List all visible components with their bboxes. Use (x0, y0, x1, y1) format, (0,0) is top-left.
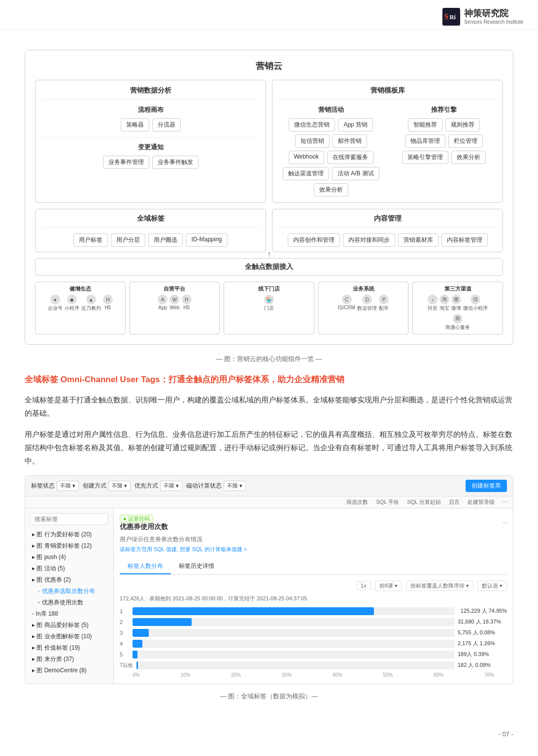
link-sql-calc[interactable]: SQL 分算起始 (407, 498, 441, 506)
icon-近乃: ▲ 近乃教判 (81, 295, 101, 312)
tree-item-青铜[interactable]: ▸ 图 青铜爱好标签 (12) (30, 540, 108, 552)
bar-label-4: 4 (120, 641, 130, 647)
tag-badge-and-title: ● 运算符码 优惠券使用次数 (120, 514, 168, 531)
item-app: App 营销 (338, 118, 373, 131)
filter-create-method-value[interactable]: 不限 ▾ (108, 481, 131, 491)
platform-wechat: 健增生态 ● 企业号 ◆ 小程序 ▲ 近乃教判 H (35, 282, 126, 334)
sub-section-notify-title: 变更通知 (41, 143, 260, 152)
link-sort-count[interactable]: 筛选次数 (346, 498, 368, 506)
icon-web: W Web (169, 295, 179, 310)
create-tag-button[interactable]: 创建标签库 (466, 480, 507, 492)
item-用户圈选: 用户圈选 (148, 233, 183, 247)
filter-compute-status-value[interactable]: 不限 ▾ (224, 481, 246, 491)
filter-compute-status: 磁动计算状态 不限 ▾ (186, 481, 246, 491)
platform-biz-icons: C IS/CRM D 数远管理 P 配学 (338, 295, 389, 312)
tag-tabs: 标签人数分布 标签历史详情 (120, 559, 507, 575)
page-number: - 07 - (0, 721, 538, 743)
diagram-caption: — 图：营销云的核心功能组件一览 — (25, 355, 513, 363)
tag-status-badge: ● 运算符码 (120, 515, 153, 523)
sub-section-flow-title: 流程画布 (41, 105, 260, 114)
bar-fill-5 (133, 651, 137, 658)
item-业务事件管理: 业务事件管理 (103, 156, 149, 169)
link-sql-draw[interactable]: SQL 手绘 (376, 498, 399, 506)
tree-item-push[interactable]: ▸ 图 push (4) (30, 552, 108, 563)
svg-text:Ri: Ri (449, 14, 456, 21)
tab-history[interactable]: 标签历史详情 (171, 559, 222, 574)
activities-items: 微信生态营销 App 营销 短信营销 邮件营销 Webhook 在线弹窗服务 触… (278, 118, 384, 197)
bar-label-other: 7以他 (120, 662, 134, 669)
bar-fill-4 (133, 640, 142, 648)
item-分流器: 分流器 (152, 118, 181, 131)
bar-row-4: 4 2,175 人 1.26% (120, 640, 507, 648)
tree-item-优惠券分布[interactable]: ◦ 优惠券选取次数分布 (36, 586, 108, 597)
icon-配学: P 配学 (379, 295, 389, 312)
bar-track-5 (133, 651, 455, 658)
filter-priority: 优先方式 不限 ▾ (134, 481, 182, 491)
item-触达: 触达渠道管理 (283, 167, 329, 180)
touchpoint-connector: 全触点数据接入 (35, 258, 503, 276)
platform-self-title: 自营平台 (164, 285, 185, 293)
rec-items: 智能推荐 规则推荐 物品库管理 栏位管理 策略引擎管理 效果分析 (392, 118, 497, 164)
tag-info-line: 172,426人 · 表期抱到 2021-08-25 00:00:00，计算完结… (120, 595, 507, 602)
bar-text-2: 31,680 人 18.37% (458, 618, 507, 625)
tab-distribution[interactable]: 标签人数分布 (120, 559, 171, 574)
bar-fill-3 (133, 629, 149, 637)
bar-row-3: 3 5,755 人 0.08% (120, 629, 507, 637)
tag-ui-header: 标签状态 不限 ▾ 创建方式 不限 ▾ 优先方式 不限 ▾ 磁动计算状态 不限 … (25, 476, 513, 496)
item-邮件: 邮件营销 (333, 134, 367, 148)
platform-wechat-title: 健增生态 (69, 285, 91, 293)
bar-text-other: 182 人 0.09% (458, 661, 507, 669)
global-tags-title: 全域标签 (40, 214, 261, 228)
icon-crm: C IS/CRM (338, 295, 355, 312)
tag-note-text[interactable]: 该标签方范用 SQL 值建, 想要 SQL 的计算输来值建 > (120, 546, 507, 553)
tree-item-价值[interactable]: ▸ 图 价值标签 (19) (30, 642, 108, 654)
content-mgmt-title: 内容管理 (277, 214, 498, 228)
tree-item-来分类[interactable]: ▸ 图 来分类 (37) (30, 654, 108, 665)
ctrl-default[interactable]: 默认选 ▾ (477, 581, 507, 591)
item-策略引擎: 策略引擎管理 (402, 151, 448, 164)
ctrl-sort[interactable]: 按标签覆盖人数降序排 ▾ (406, 581, 473, 591)
icon-微博: 微 微博 (451, 295, 461, 312)
tree-item-商品[interactable]: ▸ 图 商品爱好标签 (5) (30, 620, 108, 631)
diagram-title: 营销云 (35, 60, 503, 72)
bar-row-2: 2 31,680 人 18.37% (120, 618, 507, 626)
tree-item-优惠券使用[interactable]: ◦ 优惠券使用次数 (36, 597, 108, 608)
filter-tag-status: 标签状态 不限 ▾ (31, 481, 79, 491)
item-业务事件触发: 业务事件触发 (152, 156, 199, 169)
tag-sidebar: ▸ 图 行为爱好标签 (20) ▸ 图 青铜爱好标签 (12) ▸ 图 push… (25, 508, 114, 684)
link-build-level[interactable]: 处建筑等级 (468, 498, 495, 506)
tree-item-行为[interactable]: ▸ 图 行为爱好标签 (20) (30, 529, 108, 540)
icon-企业号: ● 企业号 (48, 295, 63, 312)
ctrl-前8[interactable]: 前8课 ▾ (375, 581, 402, 591)
item-ab: 活动 A/B 测试 (332, 167, 379, 180)
tree-item-活动[interactable]: ▸ 图 活动 (5) (30, 563, 108, 574)
notify-items: 业务事件管理 业务事件触发 (41, 156, 260, 169)
filter-priority-value[interactable]: 不限 ▾ (160, 481, 182, 491)
filter-tag-status-value[interactable]: 不限 ▾ (57, 481, 79, 491)
item-用户分层: 用户分层 (111, 233, 145, 247)
icon-小程序: ◆ 小程序 (65, 295, 79, 312)
item-栏位: 栏位管理 (448, 134, 483, 148)
activities-title: 营销活动 (278, 105, 384, 114)
filter-create-method-label: 创建方式 (83, 482, 106, 490)
link-enable[interactable]: 启言 (449, 498, 460, 506)
tree-item-in库[interactable]: ◦ In库 188 (30, 608, 108, 620)
tree-item-业余[interactable]: ▸ 图 业余图解标签 (10) (30, 631, 108, 642)
bar-fill-other (136, 661, 138, 669)
body-paragraph-1: 全域标签是基于打通全触点数据、识别唯一用户，构建的覆盖公域私域的用户标签体系。全… (25, 393, 513, 420)
tree-item-democentre[interactable]: ▸ 图 DemoCentre (8) (30, 665, 108, 676)
ctrl-1x[interactable]: 1x (356, 581, 371, 590)
content-management-section: 内容管理 内容创作和管理 内容对接和同步 营销素材库 内容标签管理 (272, 209, 503, 252)
diagram-left-section: 营销数据分析 流程画布 策略器 分流器 变更通知 业务事件管理 业务事件触发 (35, 80, 266, 203)
bar-text-5: 189人 0.39% (458, 651, 507, 658)
left-section-title: 营销数据分析 (41, 86, 260, 99)
icon-store: 🏪 门店 (264, 295, 274, 312)
item-内容对接: 内容对接和同步 (343, 233, 395, 247)
logo-text: 神策研究院 Sensors Research Institute (464, 8, 523, 25)
global-tags-items: 用户标签 用户分层 用户圈选 ID-Mapping (40, 233, 261, 247)
tag-search-input[interactable] (30, 513, 108, 525)
tag-edit-btn[interactable]: ··· (503, 520, 507, 526)
filter-priority-label: 优先方式 (134, 482, 158, 490)
bar-label-1: 1 (120, 608, 130, 614)
tree-item-优惠券[interactable]: ▸ 图 优惠券 (2) (30, 574, 108, 586)
